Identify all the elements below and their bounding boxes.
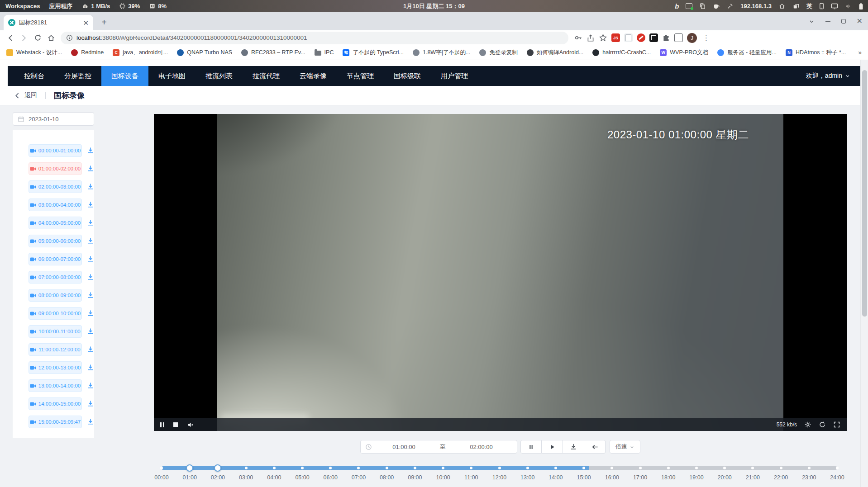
bookmark-item[interactable]: IPC <box>315 49 334 56</box>
record-chip[interactable]: 02:00:00-03:00:00 <box>29 180 82 193</box>
user-menu[interactable]: 欢迎，admin <box>806 72 860 80</box>
phone-icon[interactable] <box>819 3 824 9</box>
nav-tab-6[interactable]: 拉流代理 <box>243 66 290 86</box>
record-download-button[interactable] <box>87 219 94 227</box>
nav-tab-1[interactable]: 控制台 <box>14 66 54 86</box>
bookmark-item[interactable]: 知了不起的 TypeScri... <box>343 49 404 57</box>
speed-dropdown[interactable]: 倍速 <box>610 440 640 454</box>
bing-icon[interactable]: b <box>675 2 679 10</box>
extensions-puzzle-icon[interactable] <box>662 34 670 42</box>
share-icon[interactable] <box>587 34 595 42</box>
volume-icon[interactable] <box>845 3 852 9</box>
nav-tab-10[interactable]: 用户管理 <box>431 66 478 86</box>
back-icon[interactable] <box>4 32 17 44</box>
video-player[interactable]: 2023-01-10 01:00:00 星期二 552 kb/s <box>154 114 847 431</box>
date-picker-input[interactable]: 2023-01-10 <box>13 112 94 126</box>
nav-tab-4[interactable]: 电子地图 <box>148 66 196 86</box>
time-range-box[interactable]: 01:00:00 至 02:00:00 <box>360 440 517 454</box>
record-chip[interactable]: 08:00:00-09:00:00 <box>29 289 82 302</box>
bookmark-item[interactable]: 服务器 - 轻量应用... <box>717 49 777 57</box>
record-download-button[interactable] <box>87 165 94 172</box>
end-time-input[interactable]: 02:00:00 <box>450 444 512 450</box>
bookmark-item[interactable]: Webstack - 设计... <box>6 49 62 57</box>
window-switcher-icon[interactable] <box>792 3 800 9</box>
extension-window-icon[interactable] <box>674 33 683 42</box>
nav-tab-3[interactable]: 国标设备 <box>101 66 148 86</box>
record-download-button[interactable] <box>87 274 94 281</box>
seek-back-button[interactable] <box>584 440 606 454</box>
nav-tab-5[interactable]: 推流列表 <box>196 66 243 86</box>
record-download-button[interactable] <box>87 400 94 407</box>
battery-icon[interactable] <box>858 3 863 10</box>
browser-menu-icon[interactable]: ⋮ <box>701 34 711 42</box>
site-info-icon[interactable] <box>66 34 73 41</box>
ip-address[interactable]: 192.168.1.3 <box>740 3 772 9</box>
reload-icon[interactable] <box>31 32 44 44</box>
nav-tab-9[interactable]: 国标级联 <box>384 66 431 86</box>
bookmark-item[interactable]: 免登录复制 <box>479 49 518 57</box>
window-menu-chevron-icon[interactable] <box>809 19 815 24</box>
bookmark-item[interactable]: Cjava、android可... <box>113 49 168 57</box>
record-download-button[interactable] <box>87 292 94 299</box>
bookmark-item[interactable]: RFC2833 – RTP Ev... <box>241 49 305 56</box>
record-chip[interactable]: 13:00:00-14:00:00 <box>29 379 82 392</box>
copy-icon[interactable] <box>699 3 706 9</box>
extension-doc-icon[interactable] <box>624 33 633 42</box>
workspaces-button[interactable]: Workspaces <box>5 3 40 9</box>
record-chip[interactable]: 10:00:00-11:00:00 <box>29 325 82 338</box>
record-chip[interactable]: 04:00:00-05:00:00 <box>29 217 82 229</box>
back-button[interactable]: 返回 <box>14 91 37 99</box>
bookmark-item[interactable]: NHDAtmos :: 种子 *... <box>786 49 846 57</box>
start-time-input[interactable]: 01:00:00 <box>373 444 435 450</box>
record-chip[interactable]: 14:00:00-15:00:00 <box>29 397 82 410</box>
screenshot-icon[interactable] <box>686 3 692 9</box>
download-button[interactable] <box>563 440 584 454</box>
bookmarks-overflow-icon[interactable]: » <box>858 49 862 56</box>
record-download-button[interactable] <box>87 237 94 245</box>
input-method-indicator[interactable]: 英 <box>806 2 812 10</box>
bookmark-item[interactable]: QNAP Turbo NAS <box>177 49 232 56</box>
display-icon[interactable] <box>831 3 838 9</box>
minimize-icon[interactable] <box>825 21 830 22</box>
new-tab-button[interactable]: + <box>98 16 110 28</box>
player-settings-icon[interactable] <box>804 421 811 428</box>
address-bar[interactable]: localhost:38080/#/gbRecordDetail/3402000… <box>61 32 568 44</box>
record-download-button[interactable] <box>87 364 94 371</box>
browser-home-icon[interactable] <box>44 32 58 44</box>
record-chip[interactable]: 15:00:00-15:09:47 <box>29 416 82 428</box>
record-download-button[interactable] <box>87 201 94 208</box>
nav-tab-2[interactable]: 分屏监控 <box>54 66 101 86</box>
bookmark-item[interactable]: hairrrrr/C-CrashC... <box>592 49 651 56</box>
bookmark-star-icon[interactable] <box>599 33 607 42</box>
bookmark-item[interactable]: Redmine <box>71 49 104 56</box>
player-stop-button[interactable] <box>173 422 178 427</box>
bookmark-item[interactable]: 如何编译Android... <box>527 49 584 57</box>
record-chip[interactable]: 00:00:00-01:00:00 <box>29 144 82 157</box>
nav-tab-7[interactable]: 云端录像 <box>290 66 337 86</box>
record-download-button[interactable] <box>87 255 94 263</box>
window-close-icon[interactable]: ✕ <box>857 18 863 25</box>
password-key-icon[interactable] <box>574 33 582 42</box>
record-chip[interactable]: 03:00:00-04:00:00 <box>29 199 82 211</box>
play-button[interactable] <box>542 440 563 454</box>
record-chip[interactable]: 06:00:00-07:00:00 <box>29 253 82 265</box>
extension-square-icon[interactable] <box>649 33 658 42</box>
tab-close-icon[interactable]: ✕ <box>83 19 89 26</box>
timeline-slider[interactable]: 00:0001:0002:0003:0004:0005:0006:0007:00… <box>162 464 837 487</box>
record-chip[interactable]: 09:00:00-10:00:00 <box>29 307 82 320</box>
record-download-button[interactable] <box>87 328 94 335</box>
applications-button[interactable]: 应用程序 <box>49 2 72 10</box>
record-download-button[interactable] <box>87 183 94 190</box>
coffee-icon[interactable] <box>713 3 720 9</box>
home-icon[interactable] <box>778 3 786 9</box>
record-download-button[interactable] <box>87 147 94 154</box>
extension-blocker-icon[interactable] <box>637 33 645 42</box>
record-chip[interactable]: 01:00:00-02:00:00 <box>29 162 82 175</box>
player-mute-icon[interactable] <box>187 421 195 428</box>
pause-button[interactable] <box>520 440 542 454</box>
player-fullscreen-icon[interactable] <box>833 421 840 428</box>
record-download-button[interactable] <box>87 310 94 317</box>
profile-avatar[interactable]: J <box>687 33 697 43</box>
record-download-button[interactable] <box>87 346 94 353</box>
record-chip[interactable]: 12:00:00-13:00:00 <box>29 361 82 374</box>
